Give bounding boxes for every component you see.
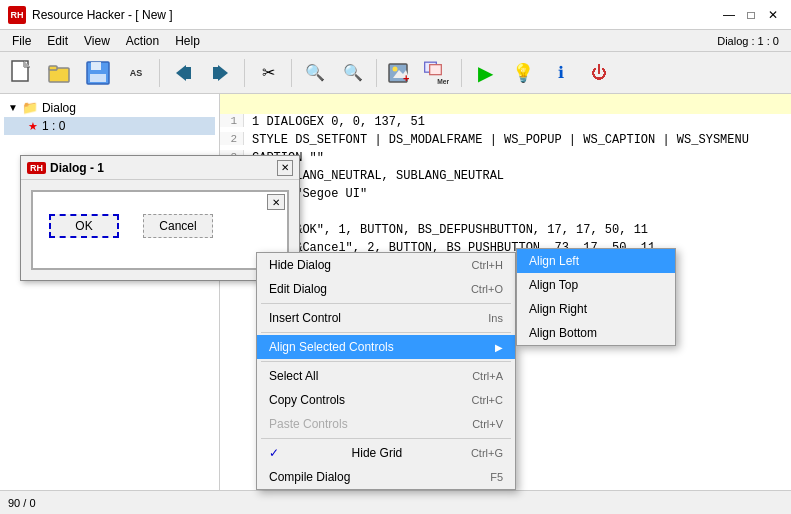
run-button[interactable]: ▶: [467, 56, 503, 90]
ctx-sep-3: [261, 361, 511, 362]
forward-button[interactable]: [203, 56, 239, 90]
line-code-2: STYLE DS_SETFONT | DS_MODALFRAME | WS_PO…: [244, 132, 749, 147]
ctx-paste-controls-label: Paste Controls: [269, 417, 348, 431]
submenu-align-bottom[interactable]: Align Bottom: [517, 321, 675, 345]
ctx-hide-grid[interactable]: ✓ Hide Grid Ctrl+G: [257, 441, 515, 465]
tree-item-dialog[interactable]: ▼ 📁 Dialog: [4, 98, 215, 117]
toolbar-separator-5: [461, 59, 462, 87]
ctx-hide-dialog-shortcut: Ctrl+H: [472, 259, 503, 271]
back-button[interactable]: [165, 56, 201, 90]
ctx-compile-dialog[interactable]: Compile Dialog F5: [257, 465, 515, 489]
search-button[interactable]: 🔍: [297, 56, 333, 90]
svg-rect-10: [213, 67, 219, 79]
line-code-1: 1 DIALOGEX 0, 0, 137, 51: [244, 114, 425, 129]
ctx-sep-2: [261, 332, 511, 333]
toolbar-separator-2: [244, 59, 245, 87]
dialog-title: RH Dialog - 1: [27, 161, 104, 175]
svg-rect-6: [90, 74, 106, 82]
code-line-1: 1 1 DIALOGEX 0, 0, 137, 51: [220, 114, 791, 132]
maximize-button[interactable]: □: [741, 5, 761, 25]
power-button[interactable]: ⏻: [581, 56, 617, 90]
cancel-button[interactable]: Cancel: [143, 214, 213, 238]
ctx-compile-dialog-label: Compile Dialog: [269, 470, 350, 484]
tree-panel: ▼ 📁 Dialog ★ 1 : 0: [0, 94, 220, 490]
dialog-inner-area: ✕ OK Cancel: [31, 190, 289, 270]
menu-help[interactable]: Help: [167, 32, 208, 50]
menu-bar: File Edit View Action Help Dialog : 1 : …: [0, 30, 791, 52]
toolbar-separator-3: [291, 59, 292, 87]
submenu-align-left[interactable]: Align Left: [517, 249, 675, 273]
idea-button[interactable]: 💡: [505, 56, 541, 90]
ctx-edit-dialog[interactable]: Edit Dialog Ctrl+O: [257, 277, 515, 301]
title-bar: RH Resource Hacker - [ New ] — □ ✕: [0, 0, 791, 30]
svg-rect-3: [49, 66, 57, 70]
submenu-align-top[interactable]: Align Top: [517, 273, 675, 297]
toolbar: AS ✂ 🔍 🔍 + Mer ▶ 💡 ℹ ⏻: [0, 52, 791, 94]
cut-button[interactable]: ✂: [250, 56, 286, 90]
save-button[interactable]: [80, 56, 116, 90]
submenu-align-right[interactable]: Align Right: [517, 297, 675, 321]
ctx-sep-4: [261, 438, 511, 439]
svg-marker-7: [176, 65, 186, 81]
ctx-align-arrow: ▶: [495, 342, 503, 353]
tree-item-1-0[interactable]: ★ 1 : 0: [4, 117, 215, 135]
saveas-button[interactable]: AS: [118, 56, 154, 90]
ctx-paste-controls-shortcut: Ctrl+V: [472, 418, 503, 430]
ctx-edit-dialog-shortcut: Ctrl+O: [471, 283, 503, 295]
dialog-merge-button[interactable]: Mer: [420, 56, 456, 90]
window-controls: — □ ✕: [719, 5, 783, 25]
ctx-select-all[interactable]: Select All Ctrl+A: [257, 364, 515, 388]
code-line-4: GUAGE LANG_NEUTRAL, SUBLANG_NEUTRAL: [220, 168, 791, 186]
status-bar: 90 / 0: [0, 490, 791, 514]
title-bar-left: RH Resource Hacker - [ New ]: [8, 6, 173, 24]
window-title: Resource Hacker - [ New ]: [32, 8, 173, 22]
search2-button[interactable]: 🔍: [335, 56, 371, 90]
line-num-1: 1: [220, 114, 244, 127]
ctx-edit-dialog-label: Edit Dialog: [269, 282, 327, 296]
svg-rect-8: [185, 67, 191, 79]
tree-arrow: ▼: [8, 102, 18, 113]
menu-edit[interactable]: Edit: [39, 32, 76, 50]
menu-view[interactable]: View: [76, 32, 118, 50]
line-code-7: TROL "&OK", 1, BUTTON, BS_DEFPUSHBUTTON,…: [244, 222, 648, 237]
dialog-close-button[interactable]: ✕: [277, 160, 293, 176]
ctx-insert-control-shortcut: Ins: [488, 312, 503, 324]
ctx-hide-dialog[interactable]: Hide Dialog Ctrl+H: [257, 253, 515, 277]
ctx-insert-control[interactable]: Insert Control Ins: [257, 306, 515, 330]
code-line-6: [220, 204, 791, 222]
folder-icon: 📁: [22, 100, 38, 115]
status-text: 90 / 0: [8, 497, 36, 509]
ctx-align-selected-label: Align Selected Controls: [269, 340, 394, 354]
close-button[interactable]: ✕: [763, 5, 783, 25]
ctx-paste-controls: Paste Controls Ctrl+V: [257, 412, 515, 436]
inner-close-icon[interactable]: ✕: [267, 194, 285, 210]
ctx-compile-dialog-shortcut: F5: [490, 471, 503, 483]
dialog-title-bar: RH Dialog - 1 ✕: [21, 156, 299, 180]
new-button[interactable]: [4, 56, 40, 90]
minimize-button[interactable]: —: [719, 5, 739, 25]
dialog-title-label: Dialog - 1: [50, 161, 104, 175]
context-menu: Hide Dialog Ctrl+H Edit Dialog Ctrl+O In…: [256, 252, 516, 490]
note-area: [220, 94, 791, 114]
ctx-align-selected[interactable]: Align Selected Controls ▶: [257, 335, 515, 359]
tree-label-1-0: 1 : 0: [42, 119, 65, 133]
ctx-insert-control-label: Insert Control: [269, 311, 341, 325]
addres-button[interactable]: +: [382, 56, 418, 90]
ctx-copy-controls-shortcut: Ctrl+C: [472, 394, 503, 406]
star-icon: ★: [28, 120, 38, 133]
svg-rect-16: [430, 64, 442, 74]
ok-button[interactable]: OK: [49, 214, 119, 238]
toolbar-separator-1: [159, 59, 160, 87]
open-button[interactable]: [42, 56, 78, 90]
ctx-copy-controls[interactable]: Copy Controls Ctrl+C: [257, 388, 515, 412]
tree-label-dialog: Dialog: [42, 101, 76, 115]
submenu: Align Left Align Top Align Right Align B…: [516, 248, 676, 346]
code-line-7: TROL "&OK", 1, BUTTON, BS_DEFPUSHBUTTON,…: [220, 222, 791, 240]
ctx-sep-1: [261, 303, 511, 304]
info-button[interactable]: ℹ: [543, 56, 579, 90]
ctx-hide-dialog-label: Hide Dialog: [269, 258, 331, 272]
code-line-2: 2 STYLE DS_SETFONT | DS_MODALFRAME | WS_…: [220, 132, 791, 150]
menu-file[interactable]: File: [4, 32, 39, 50]
menu-action[interactable]: Action: [118, 32, 167, 50]
ctx-hide-grid-label: Hide Grid: [352, 446, 403, 460]
